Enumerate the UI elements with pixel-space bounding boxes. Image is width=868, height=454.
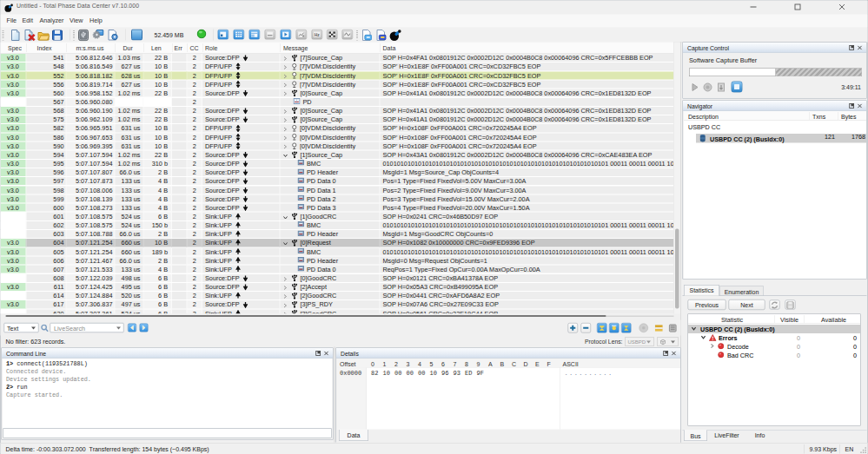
svg-text:Hz: Hz bbox=[315, 33, 321, 37]
